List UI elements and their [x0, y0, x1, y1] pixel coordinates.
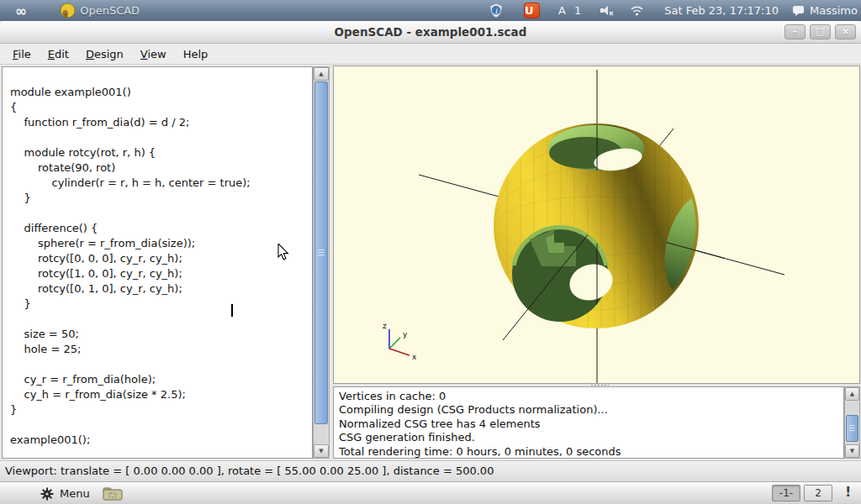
code-line [10, 130, 251, 145]
text-caret [231, 304, 233, 317]
window-controls: – □ × [784, 24, 856, 39]
scroll-down-icon[interactable]: ▼ [314, 444, 329, 458]
menu-button-label: Menu [60, 487, 90, 500]
console-line: Vertices in cache: 0 [339, 390, 843, 403]
topbar-indicators: i U A 1 Sat Feb 23, 17:17:10 [489, 0, 858, 21]
maximize-button[interactable]: □ [810, 24, 831, 39]
ubuntu-one-icon[interactable]: U [524, 3, 540, 18]
window-titlebar[interactable]: OpenSCAD - example001.scad – □ × [0, 21, 861, 44]
workspace-2-button[interactable]: 2 [804, 485, 832, 501]
minimize-button[interactable]: – [784, 24, 806, 39]
user-menu[interactable]: Massimo [810, 4, 858, 17]
code-line: sphere(r = r_from_dia(size)); [10, 236, 251, 251]
console-line: Compiling design (CSG Products normaliza… [339, 403, 843, 417]
status-bar: Viewport: translate = [ 0.00 0.00 0.00 ]… [0, 460, 861, 481]
code-line: rotcy([0, 1, 0], cy_r, cy_h); [10, 281, 251, 297]
viewport-status-text: Viewport: translate = [ 0.00 0.00 0.00 ]… [5, 465, 494, 477]
editor-scrollbar-thumb[interactable] [314, 81, 328, 424]
menu-design[interactable]: Design [77, 45, 132, 63]
code-line: cy_r = r_from_dia(hole); [10, 372, 251, 387]
system-top-bar: ∞ OpenSCAD i U A 1 [0, 0, 861, 21]
code-line: difference() { [10, 221, 251, 236]
close-button[interactable]: × [835, 24, 856, 39]
active-app-indicator[interactable]: OpenSCAD [60, 3, 140, 18]
viewport-3d-canvas: z y x [334, 66, 859, 383]
workspace-1-button[interactable]: -1- [772, 485, 800, 501]
scroll-up-icon[interactable]: ▲ [314, 67, 329, 81]
code-line: cylinder(r = r, h = h, center = true); [10, 176, 251, 191]
code-line: cy_h = r_from_dia(size * 2.5); [10, 387, 251, 402]
active-app-label: OpenSCAD [80, 4, 140, 17]
wifi-icon[interactable] [630, 5, 644, 16]
code-line: hole = 25; [10, 342, 251, 357]
desktop: ∞ OpenSCAD i U A 1 [0, 0, 861, 504]
code-editor[interactable]: module example001() { function r_from_di… [2, 66, 313, 459]
workspace-number-indicator[interactable]: 1 [574, 4, 581, 17]
scroll-up-icon[interactable]: ▲ [845, 387, 859, 401]
console-line: CSG generation finished. [339, 431, 843, 444]
code-line: } [10, 297, 251, 312]
notification-alert-icon[interactable]: ! [845, 485, 851, 500]
menu-help[interactable]: Help [175, 45, 217, 63]
code-line: { [10, 100, 251, 115]
code-line: rotcy([1, 0, 0], cy_r, cy_h); [10, 266, 251, 281]
axis-y-label: y [403, 330, 408, 339]
code-line [10, 312, 251, 327]
menu-edit[interactable]: Edit [40, 45, 77, 63]
chat-bubble-icon[interactable] [792, 5, 805, 17]
file-manager-button[interactable] [101, 485, 124, 502]
code-line: rotcy([0, 0, 0], cy_r, cy_h); [10, 251, 251, 266]
code-line: example001(); [10, 433, 251, 448]
desktop-menu-button[interactable]: Menu [37, 484, 93, 503]
code-line: module rotcy(rot, r, h) { [10, 145, 251, 160]
folder-icon [103, 486, 123, 501]
code-line [10, 357, 251, 372]
console-line: Total rendering time: 0 hours, 0 minutes… [339, 445, 843, 459]
menu-bar: File Edit Design View Help [0, 44, 861, 65]
code-line: } [10, 191, 251, 206]
gear-icon [40, 487, 54, 501]
code-line: rotate(90, rot) [10, 160, 251, 176]
axis-z-label: z [383, 322, 387, 330]
window-title: OpenSCAD - example001.scad [0, 21, 861, 44]
mouse-cursor-icon [277, 244, 290, 261]
distro-logo-icon[interactable]: ∞ [15, 3, 28, 19]
scroll-down-icon[interactable]: ▼ [845, 444, 859, 458]
console-line: Normalized CSG tree has 4 elements [339, 417, 843, 431]
code-line: size = 50; [10, 327, 251, 342]
menu-view[interactable]: View [132, 45, 175, 63]
console-scrollbar-thumb[interactable] [846, 415, 858, 442]
console-scrollbar[interactable]: ▲ ▼ [844, 386, 860, 459]
editor-scrollbar[interactable]: ▲ ▼ [313, 66, 330, 459]
code-line: module example001() [10, 85, 251, 100]
axis-x-label: x [412, 353, 417, 361]
3d-viewport[interactable]: z y x [333, 66, 860, 384]
code-line: } [10, 402, 251, 417]
menu-file[interactable]: File [4, 45, 40, 63]
code-line [10, 417, 251, 433]
volume-muted-icon[interactable] [600, 4, 615, 17]
console-log[interactable]: Vertices in cache: 0 Compiling design (C… [333, 386, 844, 459]
clock-indicator[interactable]: Sat Feb 23, 17:17:10 [664, 4, 779, 17]
scrollbar-grip [318, 249, 325, 256]
scrollbar-grip [849, 425, 855, 432]
code-text: module example001() { function r_from_di… [10, 85, 251, 448]
code-line [10, 206, 251, 221]
desktop-taskbar: Menu -1- 2 ! [0, 481, 861, 504]
openscad-ball-icon [60, 3, 76, 18]
security-shield-icon[interactable]: i [489, 3, 504, 18]
topbar-left: ∞ OpenSCAD [15, 0, 140, 21]
keyboard-layout-indicator[interactable]: A [558, 4, 566, 17]
code-line: function r_from_dia(d) = d / 2; [10, 115, 251, 130]
